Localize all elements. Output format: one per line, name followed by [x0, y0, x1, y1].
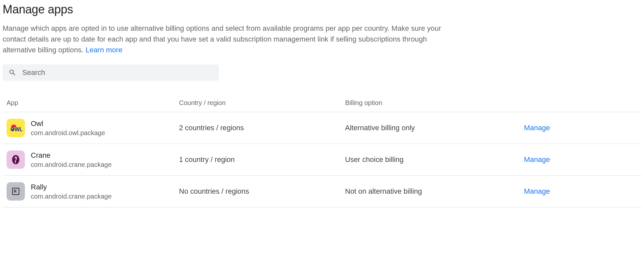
description-text: Manage which apps are opted in to use al…: [3, 24, 441, 54]
app-icon-crane: [7, 150, 25, 169]
header-billing: Billing option: [341, 94, 520, 112]
page-description: Manage which apps are opted in to use al…: [3, 23, 461, 55]
app-info: Rally com.android.crane.package: [31, 183, 112, 200]
header-action: [520, 94, 642, 112]
manage-button[interactable]: Manage: [524, 124, 550, 132]
app-cell: Crane com.android.crane.package: [7, 150, 171, 169]
learn-more-link[interactable]: Learn more: [85, 46, 123, 54]
table-header-row: App Country / region Billing option: [3, 94, 641, 112]
billing-cell: User choice billing: [341, 144, 520, 176]
app-name: Owl: [31, 119, 105, 128]
manage-button[interactable]: Manage: [524, 187, 550, 195]
app-name: Rally: [31, 183, 112, 191]
table-row: Crane com.android.crane.package 1 countr…: [3, 144, 641, 176]
billing-cell: Alternative billing only: [341, 112, 520, 144]
apps-table: App Country / region Billing option OWL: [3, 94, 641, 207]
app-icon-rally: R: [7, 182, 25, 201]
app-icon-owl: OWL: [7, 119, 25, 137]
app-package: com.android.crane.package: [31, 193, 112, 200]
page-title: Manage apps: [3, 3, 641, 16]
manage-button[interactable]: Manage: [524, 155, 550, 164]
app-cell: OWL Owl com.android.owl.package: [7, 119, 171, 137]
search-input[interactable]: [22, 68, 213, 77]
table-row: OWL Owl com.android.owl.package 2 countr…: [3, 112, 641, 144]
table-row: R Rally com.android.crane.package No cou…: [3, 176, 641, 207]
app-info: Crane com.android.crane.package: [31, 151, 112, 168]
search-icon: [9, 69, 16, 77]
svg-text:R: R: [14, 189, 17, 194]
country-cell: 2 countries / regions: [175, 112, 341, 144]
app-name: Crane: [31, 151, 112, 160]
svg-point-2: [12, 129, 13, 130]
app-package: com.android.crane.package: [31, 161, 112, 168]
billing-cell: Not on alternative billing: [341, 176, 520, 207]
header-country: Country / region: [175, 94, 341, 112]
search-box[interactable]: [3, 64, 219, 81]
header-app: App: [3, 94, 175, 112]
country-cell: No countries / regions: [175, 176, 341, 207]
app-info: Owl com.android.owl.package: [31, 119, 105, 137]
app-package: com.android.owl.package: [31, 129, 105, 137]
app-cell: R Rally com.android.crane.package: [7, 182, 171, 201]
country-cell: 1 country / region: [175, 144, 341, 176]
